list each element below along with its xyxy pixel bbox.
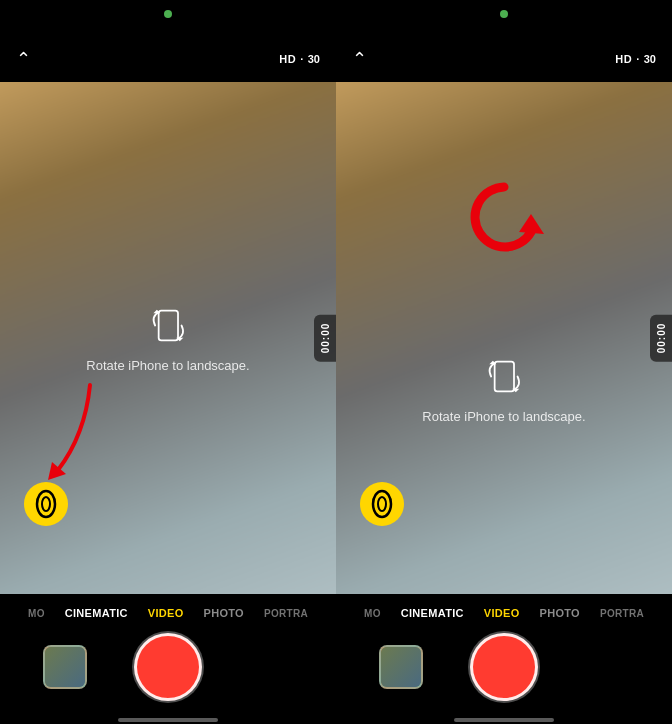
mode-portrait-right[interactable]: PORTRA — [590, 608, 654, 619]
viewfinder-right[interactable]: Rotate iPhone to landscape. 00:00 — [336, 82, 672, 594]
status-dot-left — [164, 10, 172, 18]
rotate-overlay-right: Rotate iPhone to landscape. — [422, 355, 585, 424]
svg-point-10 — [373, 491, 391, 517]
status-bar-right — [336, 0, 672, 36]
rotate-text-right: Rotate iPhone to landscape. — [422, 409, 585, 424]
chevron-up-icon-right[interactable]: ⌃ — [352, 50, 367, 68]
shutter-button-right[interactable] — [470, 633, 538, 701]
mode-selector-left: MO CINEMATIC VIDEO PHOTO PORTRA — [0, 594, 336, 632]
cinematic-button-right[interactable] — [360, 482, 404, 526]
thumbnail-right[interactable] — [379, 645, 423, 689]
refresh-circle-icon — [459, 172, 549, 262]
home-indicator-right — [336, 718, 672, 724]
timer-text-right: 00:00 — [656, 323, 667, 354]
mode-photo-left[interactable]: PHOTO — [194, 607, 254, 619]
svg-rect-7 — [494, 362, 513, 392]
chevron-up-icon-left[interactable]: ⌃ — [16, 50, 31, 68]
timer-sidebar-left: 00:00 — [314, 315, 336, 362]
rotate-phone-icon-right — [482, 355, 526, 399]
svg-point-4 — [37, 491, 55, 517]
status-bar-left — [0, 0, 336, 36]
top-controls-left: ⌃ HD · 30 — [0, 36, 336, 82]
top-right-left: HD · 30 — [279, 53, 320, 65]
thumbnail-left[interactable] — [43, 645, 87, 689]
bottom-controls-left — [0, 632, 336, 718]
mode-slo-left[interactable]: MO — [18, 608, 55, 619]
mode-video-right[interactable]: VIDEO — [474, 607, 530, 619]
phone-panel-left: ⌃ HD · 30 Rotate iPhone to landscape. 00… — [0, 0, 336, 724]
rotate-overlay-left: Rotate iPhone to landscape. — [86, 304, 249, 373]
timer-text-left: 00:00 — [320, 323, 331, 354]
rotate-text-left: Rotate iPhone to landscape. — [86, 358, 249, 373]
svg-marker-6 — [519, 214, 544, 234]
bottom-controls-right — [336, 632, 672, 718]
dot-separator-left: · — [300, 53, 304, 65]
red-arrow-left — [30, 380, 110, 494]
mode-cinematic-left[interactable]: CINEMATIC — [55, 607, 138, 619]
home-bar-left — [118, 718, 218, 722]
shutter-button-left[interactable] — [134, 633, 202, 701]
svg-point-5 — [42, 497, 50, 511]
fps-badge-left[interactable]: 30 — [308, 53, 320, 65]
hd-badge-right[interactable]: HD — [615, 53, 632, 65]
mode-video-left[interactable]: VIDEO — [138, 607, 194, 619]
hd-badge-left[interactable]: HD — [279, 53, 296, 65]
cinematic-button-left[interactable] — [24, 482, 68, 526]
viewfinder-left[interactable]: Rotate iPhone to landscape. 00:00 — [0, 82, 336, 594]
phone-panel-right: ⌃ HD · 30 Rotat — [336, 0, 672, 724]
svg-point-11 — [378, 497, 386, 511]
fps-badge-right[interactable]: 30 — [644, 53, 656, 65]
mode-portrait-left[interactable]: PORTRA — [254, 608, 318, 619]
top-right-right: HD · 30 — [615, 53, 656, 65]
ear-icon-right — [369, 489, 395, 519]
top-controls-right: ⌃ HD · 30 — [336, 36, 672, 82]
mode-cinematic-right[interactable]: CINEMATIC — [391, 607, 474, 619]
rotate-phone-icon-left — [146, 304, 190, 348]
timer-sidebar-right: 00:00 — [650, 315, 672, 362]
ear-icon-left — [33, 489, 59, 519]
refresh-icon-overlay — [459, 172, 549, 266]
status-dot-right — [500, 10, 508, 18]
mode-selector-right: MO CINEMATIC VIDEO PHOTO PORTRA — [336, 594, 672, 632]
mode-photo-right[interactable]: PHOTO — [530, 607, 590, 619]
mode-slo-right[interactable]: MO — [354, 608, 391, 619]
svg-rect-0 — [158, 311, 177, 341]
home-indicator-left — [0, 718, 336, 724]
home-bar-right — [454, 718, 554, 722]
dot-separator-right: · — [636, 53, 640, 65]
